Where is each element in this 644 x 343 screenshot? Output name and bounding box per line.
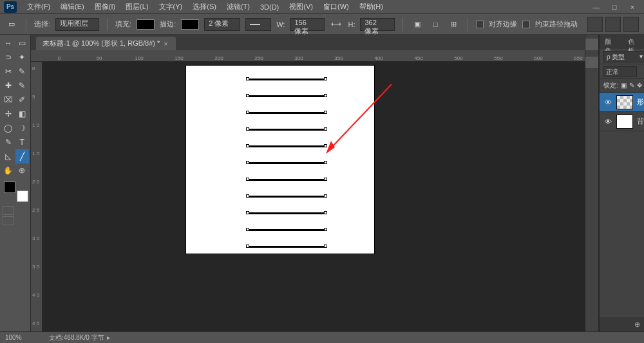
handle-right-icon[interactable] xyxy=(324,111,327,114)
move-icon[interactable]: ↔ xyxy=(1,36,15,50)
fill-swatch[interactable] xyxy=(137,19,155,30)
dodge-icon[interactable]: ☽ xyxy=(15,121,30,135)
path-align-icon[interactable]: □ xyxy=(429,18,442,31)
zoom-level[interactable]: 100% xyxy=(5,334,44,341)
canvas-page[interactable] xyxy=(185,65,375,254)
type-icon[interactable]: T xyxy=(15,135,30,149)
eyedrop-icon[interactable]: ✎ xyxy=(15,64,30,79)
layer-row[interactable]: 👁形状 1 xyxy=(600,93,644,112)
menu-file[interactable]: 文件(F) xyxy=(22,2,55,12)
shape-line[interactable] xyxy=(248,145,325,147)
shape-line[interactable] xyxy=(248,196,325,198)
shape-line[interactable] xyxy=(248,129,325,131)
menu-filter[interactable]: 滤镜(T) xyxy=(222,2,255,12)
screenmode-icon[interactable] xyxy=(3,216,14,225)
window-maximize-icon[interactable]: □ xyxy=(607,3,622,11)
tab-color[interactable]: 颜色 xyxy=(600,35,623,49)
current-tool-icon[interactable]: ▭ xyxy=(5,18,18,31)
shape-line[interactable] xyxy=(248,112,325,114)
quickmask-icon[interactable] xyxy=(3,206,14,215)
handle-right-icon[interactable] xyxy=(324,245,327,248)
hand-icon[interactable]: ✋ xyxy=(1,163,15,178)
menu-edit[interactable]: 编辑(E) xyxy=(55,2,90,12)
link-wh-icon[interactable]: ⟷ xyxy=(330,18,343,31)
brush-icon[interactable]: ✎ xyxy=(15,79,30,93)
handle-left-icon[interactable] xyxy=(246,228,249,231)
pen-icon[interactable]: ✎ xyxy=(1,135,15,149)
menu-view[interactable]: 视图(V) xyxy=(284,2,318,12)
shape-line[interactable] xyxy=(248,246,325,248)
shape-line[interactable] xyxy=(248,79,325,80)
path-icon[interactable]: ◺ xyxy=(1,149,15,163)
shape-line[interactable] xyxy=(248,162,325,164)
document-info[interactable]: 文档:468.8K/0 字节 xyxy=(49,333,104,342)
workspace-icon-1[interactable] xyxy=(587,17,603,32)
workspace-icon-2[interactable] xyxy=(605,17,621,32)
link-layers-icon[interactable]: ⊕ xyxy=(634,320,640,329)
stroke-width-input[interactable]: 2 像素 xyxy=(204,18,240,31)
handle-right-icon[interactable] xyxy=(324,144,327,147)
shape-line[interactable] xyxy=(248,212,325,214)
handle-right-icon[interactable] xyxy=(324,161,327,164)
stroke-style-dropdown[interactable] xyxy=(245,18,271,31)
handle-left-icon[interactable] xyxy=(246,94,249,97)
tab-swatches[interactable]: 色板 xyxy=(623,35,644,49)
menu-layer[interactable]: 图层(L) xyxy=(120,2,153,12)
menu-select[interactable]: 选择(S) xyxy=(187,2,222,12)
shape-line[interactable] xyxy=(248,229,325,231)
handle-right-icon[interactable] xyxy=(324,77,327,80)
lock-transparency-icon[interactable]: ▣ xyxy=(621,82,627,89)
layer-thumbnail[interactable] xyxy=(616,95,633,109)
menu-type[interactable]: 文字(Y) xyxy=(154,2,188,12)
layer-name[interactable]: 背景 xyxy=(637,116,644,126)
snap-edges-checkbox[interactable] xyxy=(476,21,484,28)
handle-left-icon[interactable] xyxy=(246,161,249,164)
visibility-icon[interactable]: 👁 xyxy=(603,118,612,125)
wand-icon[interactable]: ✦ xyxy=(15,50,30,64)
window-minimize-icon[interactable]: — xyxy=(589,3,604,11)
document-tab[interactable]: 未标题-1 @ 100% (形状 1, RGB/8#) * × xyxy=(36,37,176,50)
crop-icon[interactable]: ✂ xyxy=(1,64,15,79)
blend-mode-dropdown[interactable]: 正常 xyxy=(603,66,637,77)
lock-position-icon[interactable]: ✥ xyxy=(637,82,642,89)
background-color-swatch[interactable] xyxy=(17,190,28,202)
lasso-icon[interactable]: ⊃ xyxy=(1,50,15,64)
blur-icon[interactable]: ◯ xyxy=(1,121,15,135)
handle-right-icon[interactable] xyxy=(324,178,327,181)
visibility-icon[interactable]: 👁 xyxy=(603,98,612,106)
canvas-viewport[interactable] xyxy=(43,62,585,331)
foreground-color-swatch[interactable] xyxy=(4,181,15,193)
handle-right-icon[interactable] xyxy=(324,211,327,214)
shape-line[interactable] xyxy=(248,179,325,181)
layer-kind-dropdown[interactable]: ρ 类型▾ xyxy=(603,51,644,62)
window-close-icon[interactable]: × xyxy=(625,3,640,11)
select-layer-dropdown[interactable]: 现用图层 xyxy=(55,18,99,31)
menu-image[interactable]: 图像(I) xyxy=(90,2,120,12)
handle-right-icon[interactable] xyxy=(324,94,327,97)
workspace-icon-3[interactable] xyxy=(623,17,639,32)
menu-help[interactable]: 帮助(H) xyxy=(354,2,388,12)
stamp-icon[interactable]: ⌧ xyxy=(1,93,15,107)
handle-left-icon[interactable] xyxy=(246,111,249,114)
handle-right-icon[interactable] xyxy=(324,127,327,131)
handle-left-icon[interactable] xyxy=(246,144,249,147)
handle-left-icon[interactable] xyxy=(246,211,249,214)
handle-right-icon[interactable] xyxy=(324,194,327,198)
handle-left-icon[interactable] xyxy=(246,127,249,131)
lock-pixels-icon[interactable]: ✎ xyxy=(629,82,634,89)
zoom-icon[interactable]: ⊕ xyxy=(15,163,30,178)
width-input[interactable]: 156 像素 xyxy=(290,18,325,31)
handle-right-icon[interactable] xyxy=(324,228,327,231)
history-icon[interactable]: ✐ xyxy=(15,93,30,107)
layer-thumbnail[interactable] xyxy=(616,115,633,129)
path-arrange-icon[interactable]: ⊞ xyxy=(447,18,460,31)
heal-icon[interactable]: ✚ xyxy=(1,79,15,93)
close-tab-icon[interactable]: × xyxy=(164,40,167,48)
menu-window[interactable]: 窗口(W) xyxy=(318,2,354,12)
marquee-icon[interactable]: ▭ xyxy=(15,36,30,50)
handle-left-icon[interactable] xyxy=(246,178,249,181)
shape-line[interactable] xyxy=(248,95,325,97)
line-icon[interactable]: ╱ xyxy=(15,149,30,163)
layer-row[interactable]: 👁背景🔒 xyxy=(600,112,644,131)
gradient-icon[interactable]: ◧ xyxy=(15,107,30,121)
